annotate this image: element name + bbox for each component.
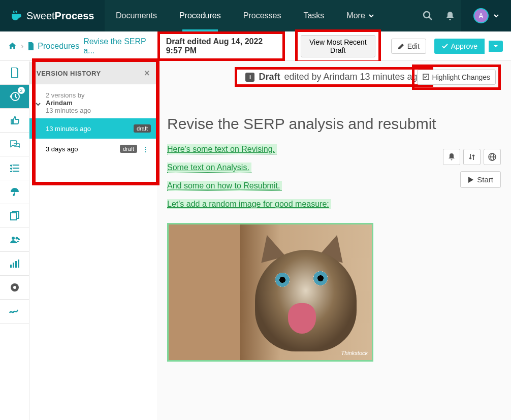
- draft-badge: draft: [134, 124, 151, 133]
- version-row-active[interactable]: 13 minutes ago draft: [29, 118, 157, 139]
- nav-procedures[interactable]: Procedures: [168, 0, 232, 31]
- version-history-panel: VERSION HISTORY × 2 versions by Arindam …: [29, 61, 157, 420]
- rail-chat-icon[interactable]: [0, 133, 29, 156]
- content: Revise the SERP analysis and resubmit St…: [167, 115, 501, 362]
- highlight-changes-button[interactable]: Highlight Changes: [417, 70, 496, 85]
- nav-processes[interactable]: Processes: [232, 0, 293, 31]
- svg-point-1: [424, 12, 430, 18]
- bell-icon[interactable]: [439, 0, 461, 31]
- svg-point-4: [12, 237, 15, 240]
- check-icon: [441, 43, 449, 50]
- rail-history-icon[interactable]: 2: [0, 85, 29, 109]
- body: 2 VERSION HISTOR: [0, 61, 511, 420]
- content-p2: Some text on Analysis.: [167, 163, 251, 173]
- view-draft-box: View Most Recent Draft: [295, 29, 381, 63]
- version-time: 13 minutes ago: [46, 107, 150, 114]
- rail-gear-icon[interactable]: [0, 276, 29, 300]
- content-p1: Here's some text on Revising.: [167, 144, 277, 154]
- page-title: Revise the SERP analysis and resubmit: [167, 115, 501, 133]
- nav-links: Documents Procedures Processes Tasks Mor…: [105, 0, 417, 31]
- search-icon[interactable]: [417, 0, 439, 31]
- nav-more-label: More: [346, 11, 365, 20]
- banner-row: i Draft edited by Arindam 13 minutes ago…: [167, 67, 501, 87]
- breadcrumb-sep: ›: [21, 42, 23, 51]
- svg-rect-9: [18, 260, 19, 268]
- logo-text-1: Sweet: [26, 10, 55, 22]
- version-count: 2 versions by: [46, 91, 150, 99]
- view-most-recent-draft-button[interactable]: View Most Recent Draft: [301, 35, 375, 57]
- approve-button[interactable]: Approve: [434, 39, 485, 54]
- draft-banner: i Draft edited by Arindam 13 minutes ago: [235, 67, 433, 87]
- left-rail: 2: [0, 61, 29, 420]
- nav-right: A: [417, 0, 511, 31]
- sort-button[interactable]: [463, 149, 481, 165]
- svg-point-5: [15, 237, 18, 240]
- logo-text-2: Process: [55, 10, 94, 22]
- pencil-icon: [398, 43, 405, 50]
- info-icon: i: [245, 73, 254, 82]
- avatar: A: [473, 8, 489, 23]
- content-image-wrap: Thinkstock: [167, 223, 373, 362]
- draft-badge: draft: [120, 145, 137, 153]
- rail-copy-icon[interactable]: [0, 204, 29, 228]
- approve-label: Approve: [451, 42, 477, 50]
- svg-rect-7: [13, 263, 14, 268]
- home-icon[interactable]: [8, 42, 17, 50]
- image-credit: Thinkstock: [341, 350, 368, 356]
- main-content: i Draft edited by Arindam 13 minutes ago…: [157, 61, 511, 420]
- rail-badge: 2: [18, 87, 25, 94]
- nav-more[interactable]: More: [335, 0, 385, 31]
- caret-down-icon: [494, 44, 498, 48]
- rail-checklist-icon[interactable]: [0, 156, 29, 180]
- content-p4: Let's add a random image for good measur…: [167, 199, 331, 209]
- cat-image: Thinkstock: [169, 224, 372, 360]
- version-row-time: 13 minutes ago: [46, 125, 91, 133]
- rail-thumbs-up-icon[interactable]: [0, 109, 29, 133]
- svg-point-0: [12, 15, 18, 20]
- start-label: Start: [477, 175, 493, 184]
- user-menu[interactable]: A: [461, 0, 511, 31]
- edit-button[interactable]: Edit: [391, 39, 426, 54]
- svg-rect-3: [11, 213, 16, 220]
- rail-users-icon[interactable]: [0, 228, 29, 252]
- version-history-body: 2 versions by Arindam 13 minutes ago 13 …: [29, 84, 157, 159]
- close-icon[interactable]: ×: [144, 68, 150, 79]
- rail-umbrella-icon[interactable]: [0, 180, 29, 204]
- nav-documents[interactable]: Documents: [105, 0, 168, 31]
- highlight-label: Highlight Changes: [432, 73, 490, 81]
- document-icon: [27, 42, 35, 50]
- version-author: Arindam: [46, 99, 150, 107]
- svg-rect-6: [10, 265, 12, 268]
- chevron-down-icon: [368, 13, 374, 19]
- checkbox-icon: [423, 74, 429, 80]
- cup-icon: [10, 10, 22, 22]
- content-p3: And some on how to Resubmit.: [167, 181, 282, 191]
- breadcrumb-row: › Procedures Revise the SERP a... Draft …: [0, 31, 511, 61]
- version-history-header: VERSION HISTORY ×: [29, 62, 157, 84]
- breadcrumb-procedures[interactable]: Procedures: [27, 42, 79, 51]
- logo[interactable]: SweetProcess: [0, 0, 105, 31]
- svg-point-11: [13, 286, 16, 289]
- version-summary[interactable]: 2 versions by Arindam 13 minutes ago: [29, 91, 157, 118]
- toolbox: [443, 149, 501, 165]
- top-nav: SweetProcess Documents Procedures Proces…: [0, 0, 511, 31]
- highlight-box: Highlight Changes: [412, 64, 501, 90]
- version-history-title: VERSION HISTORY: [37, 70, 101, 77]
- svg-rect-8: [15, 261, 17, 268]
- approve-dropdown[interactable]: [489, 41, 503, 52]
- more-dots-icon[interactable]: ⋮: [140, 145, 151, 153]
- chevron-down-icon: [35, 101, 42, 108]
- version-row[interactable]: 3 days ago draft ⋮: [29, 139, 157, 159]
- breadcrumb-procedures-label: Procedures: [38, 42, 79, 51]
- banner-rest: edited by Arindam 13 minutes ago: [284, 72, 422, 82]
- play-icon: [468, 176, 474, 183]
- globe-button[interactable]: [484, 149, 501, 165]
- breadcrumb-title[interactable]: Revise the SERP a...: [83, 37, 148, 55]
- rail-trend-icon[interactable]: [0, 300, 29, 324]
- start-button[interactable]: Start: [460, 171, 501, 188]
- nav-tasks[interactable]: Tasks: [292, 0, 335, 31]
- rail-document-icon[interactable]: [0, 61, 29, 85]
- banner-draft-label: Draft: [259, 72, 280, 82]
- rail-bars-icon[interactable]: [0, 252, 29, 276]
- bell-button[interactable]: [443, 149, 460, 165]
